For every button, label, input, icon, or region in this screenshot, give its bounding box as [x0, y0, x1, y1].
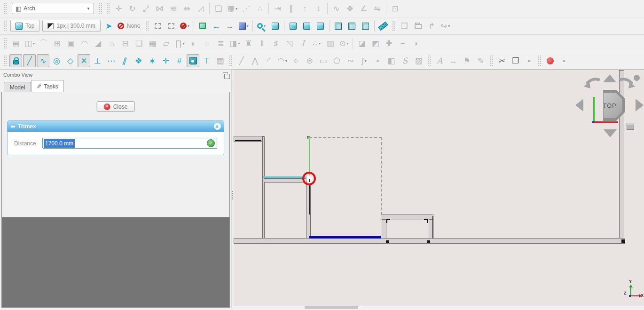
3d-viewport[interactable]: TOP Y Z X: [234, 70, 644, 309]
shape-2d-view-button[interactable]: ❖: [344, 2, 356, 15]
pipe-dropdown-arrow[interactable]: ▾: [347, 41, 349, 46]
toolbar-grip[interactable]: [4, 21, 7, 31]
toolbar-grip[interactable]: [4, 3, 7, 14]
ellipse-button[interactable]: ⊜: [303, 54, 316, 67]
toolbar-grip[interactable]: [4, 56, 7, 66]
document-tab[interactable]: [305, 306, 358, 309]
offset-button[interactable]: ≋: [167, 2, 180, 15]
path-array-button[interactable]: ⋰: [240, 2, 252, 15]
workbench-selector[interactable]: ◧ Arch ▼: [12, 3, 94, 14]
structure-dropdown-arrow[interactable]: ▾: [33, 41, 35, 46]
export-button[interactable]: ↱: [425, 19, 438, 32]
distance-input[interactable]: 1700.0 mm ✓: [42, 138, 217, 149]
reference-button[interactable]: ▣: [64, 37, 77, 50]
nav-rotate-right-icon[interactable]: [617, 77, 635, 90]
add-component-button[interactable]: ✚: [383, 37, 395, 50]
rebar-button[interactable]: ⌒: [37, 37, 50, 50]
toolbar-grip[interactable]: [428, 56, 431, 66]
cut-line-button[interactable]: ◩: [369, 37, 382, 50]
schedule-button[interactable]: ▥: [324, 37, 337, 50]
draft-toggle-dropdown-arrow[interactable]: ▾: [188, 24, 189, 28]
snap-near-button[interactable]: ∗: [146, 54, 158, 67]
panel-button[interactable]: ▱: [160, 37, 173, 50]
bezier-button[interactable]: ʃ▾: [358, 54, 370, 67]
toolbar-grip[interactable]: [4, 38, 7, 48]
toolbar-grip[interactable]: [538, 56, 541, 66]
export-options-dropdown-arrow[interactable]: ▾: [448, 24, 450, 28]
snap-midpoint-button[interactable]: ∿: [37, 54, 49, 67]
nav-cube-face-label[interactable]: TOP: [597, 93, 622, 118]
mirror-button[interactable]: ⋈: [153, 2, 166, 15]
rectangle-button[interactable]: ▭: [317, 54, 330, 67]
nav-arrow-right[interactable]: [636, 99, 644, 111]
rotate-button[interactable]: ↻: [126, 2, 139, 15]
point-array-button[interactable]: ∴: [253, 2, 266, 15]
snap-center-button[interactable]: ◎: [50, 54, 63, 67]
stairs-button[interactable]: ≣: [214, 37, 227, 50]
zoom-fit-dropdown-arrow[interactable]: ▾: [264, 24, 266, 28]
draft-style-button[interactable]: 1px | 300.0 mm: [42, 20, 101, 32]
snap-lock-button[interactable]: [9, 54, 22, 67]
view-right-button[interactable]: [314, 19, 327, 32]
hatch-button[interactable]: ▨: [412, 54, 425, 67]
snap-intersection-button[interactable]: ✕: [78, 54, 90, 67]
point-button[interactable]: •: [371, 54, 384, 67]
snap-parallel-button[interactable]: ∥: [118, 54, 131, 67]
toolbar-grip[interactable]: [99, 3, 102, 14]
wall-segment[interactable]: [264, 178, 307, 183]
nav-mini-cube-icon[interactable]: [627, 123, 634, 130]
select-plane-button[interactable]: [151, 19, 164, 32]
window-button[interactable]: ▦: [146, 37, 159, 50]
collapse-section-button[interactable]: «: [214, 123, 221, 130]
equipment-button[interactable]: ♜: [242, 37, 255, 50]
snap-special-button[interactable]: ❖: [132, 54, 145, 67]
view-top-button[interactable]: [300, 19, 313, 32]
toggle-grid-button[interactable]: ▦: [214, 54, 227, 67]
line-button[interactable]: ╱: [235, 54, 248, 67]
snap-working-plane-button[interactable]: [187, 54, 199, 67]
view-isometric-dropdown-arrow[interactable]: ▾: [247, 24, 249, 28]
float-panel-icon[interactable]: [223, 72, 228, 77]
nav-reset-circle[interactable]: [634, 75, 640, 81]
curtain-wall-button[interactable]: ⊞: [51, 37, 63, 50]
snap-grid-button[interactable]: #: [173, 54, 186, 67]
draft-toggle-button[interactable]: ▾: [179, 19, 191, 32]
part-shape-button[interactable]: ❒: [398, 19, 411, 32]
copy-button[interactable]: ❐: [509, 54, 522, 67]
fillet-button[interactable]: ◜: [262, 54, 275, 67]
flip-direction-button[interactable]: ⇋: [371, 2, 384, 15]
toolbar-overflow-button[interactable]: »: [523, 54, 535, 67]
axis-button[interactable]: ◐: [187, 37, 200, 50]
toolbar-overflow-2-button[interactable]: »: [558, 54, 570, 67]
select-face-button[interactable]: [165, 19, 178, 32]
view-axonometric-button[interactable]: [269, 19, 282, 32]
selected-edge[interactable]: [309, 236, 381, 238]
bezier-dropdown-arrow[interactable]: ▾: [364, 59, 366, 63]
annotation-styles-button[interactable]: ✎: [474, 54, 487, 67]
export-options-button[interactable]: ↬▾: [439, 19, 452, 32]
nav-arrow-up[interactable]: [603, 74, 616, 82]
polygon-button[interactable]: ⬠: [330, 54, 343, 67]
array-button[interactable]: ▦▾: [226, 2, 239, 15]
material-dropdown-arrow[interactable]: ▾: [319, 41, 321, 46]
toolbar-grip[interactable]: [490, 56, 493, 66]
snap-endpoint-button[interactable]: ╱: [23, 54, 36, 67]
view-bottom-button[interactable]: [346, 19, 358, 32]
survey-button[interactable]: ◗: [410, 37, 423, 50]
nav-arrow-left[interactable]: [575, 99, 583, 111]
view-front-button[interactable]: [287, 19, 299, 32]
downgrade-button[interactable]: ↓: [312, 2, 325, 15]
frame-button[interactable]: ∏▾: [173, 37, 186, 50]
cut-button[interactable]: ✂: [495, 54, 508, 67]
scale-button[interactable]: ⤢: [140, 2, 152, 15]
navigation-cube[interactable]: TOP: [594, 90, 625, 121]
space-button[interactable]: ❏: [133, 37, 145, 50]
layer-button[interactable]: ⊡: [389, 2, 401, 15]
column-grid-button[interactable]: ‖: [256, 37, 268, 50]
view-isometric-button[interactable]: ▾: [237, 19, 250, 32]
arc-dropdown-arrow[interactable]: ▾: [285, 59, 287, 63]
wire-to-bspline-button[interactable]: ∿: [330, 2, 343, 15]
roof-button[interactable]: ◢: [92, 37, 104, 50]
measure-button[interactable]: [377, 19, 390, 32]
dimension-button[interactable]: ↔: [447, 54, 460, 67]
